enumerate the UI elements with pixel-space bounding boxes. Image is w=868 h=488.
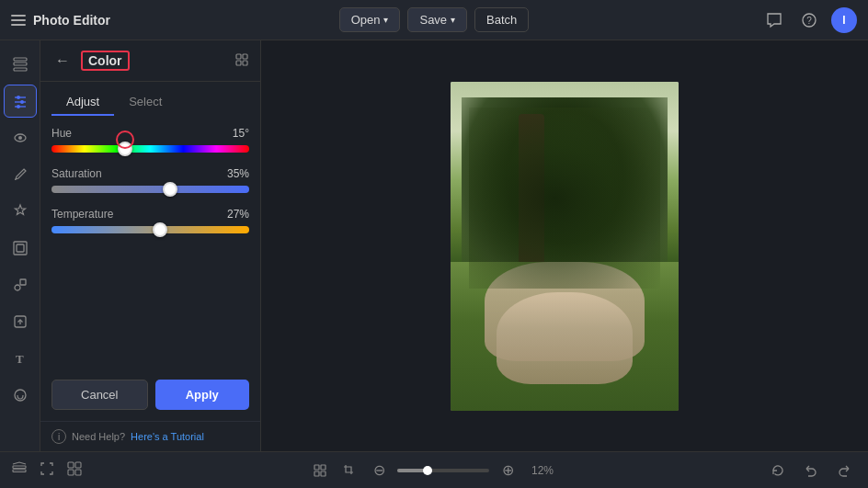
tab-bar: Adjust Select	[40, 82, 260, 116]
user-avatar[interactable]: I	[831, 7, 857, 33]
app-title: Photo Editor	[33, 13, 110, 28]
zoom-in-button[interactable]: ⊕	[497, 460, 519, 482]
svg-point-10	[17, 105, 20, 108]
back-button[interactable]: ←	[51, 50, 74, 72]
hamburger-menu[interactable]	[11, 15, 26, 26]
zoom-value: 12%	[526, 464, 559, 477]
help-button[interactable]: ?	[796, 7, 822, 33]
zoom-slider-thumb[interactable]	[423, 466, 432, 475]
hue-control: Hue 15°	[51, 127, 249, 153]
svg-rect-23	[236, 61, 241, 65]
sidebar-icon-adjustments[interactable]	[4, 85, 37, 118]
panel-title: Color	[81, 51, 130, 71]
figures-layer	[485, 262, 645, 360]
batch-button[interactable]: Batch	[474, 7, 529, 32]
temperature-thumb[interactable]	[153, 222, 167, 237]
temperature-control: Temperature 27%	[51, 208, 249, 233]
svg-rect-14	[17, 244, 24, 252]
svg-point-6	[17, 96, 20, 99]
chevron-down-icon: ▾	[451, 15, 455, 25]
undo-button[interactable]	[798, 458, 824, 483]
tab-adjust[interactable]: Adjust	[51, 89, 114, 116]
hue-label: Hue	[51, 127, 72, 140]
svg-text:T: T	[16, 352, 24, 366]
saturation-value: 35%	[227, 167, 249, 180]
header-right: ? I	[538, 7, 857, 33]
temperature-label: Temperature	[51, 208, 113, 221]
svg-rect-16	[20, 279, 26, 285]
svg-rect-3	[14, 62, 27, 65]
saturation-thumb[interactable]	[163, 182, 177, 197]
bottom-center-controls: ⊖ ⊕ 12%	[309, 460, 559, 482]
hue-slider[interactable]	[51, 145, 249, 153]
svg-rect-21	[236, 54, 241, 59]
svg-rect-34	[321, 471, 326, 476]
help-text: Need Help?	[72, 431, 125, 442]
sidebar-icon-shapes[interactable]	[4, 268, 37, 301]
panel-action-icon[interactable]	[234, 52, 249, 70]
sidebar-icon-brush[interactable]	[4, 158, 37, 191]
svg-rect-29	[68, 470, 74, 475]
info-icon: i	[51, 429, 66, 444]
saturation-label: Saturation	[51, 167, 102, 180]
svg-rect-32	[321, 465, 326, 470]
tab-select[interactable]: Select	[114, 89, 177, 116]
zoom-slider[interactable]	[397, 469, 489, 472]
sidebar-icon-eye[interactable]	[4, 121, 37, 154]
svg-point-15	[15, 285, 20, 290]
sidebar-icon-frames[interactable]	[4, 232, 37, 265]
save-button[interactable]: Save ▾	[407, 7, 467, 32]
help-row: i Need Help? Here's a Tutorial	[40, 421, 260, 451]
bottom-right-icons	[765, 458, 857, 483]
reset-button[interactable]	[765, 458, 791, 483]
bottom-bar: ⊖ ⊕ 12%	[0, 451, 868, 488]
color-panel: ← Color Adjust Select Hue 1	[40, 40, 261, 451]
frames-bottom-icon[interactable]	[39, 460, 55, 480]
svg-rect-25	[13, 466, 26, 469]
temperature-value: 27%	[227, 208, 249, 221]
action-buttons: Cancel Apply	[40, 380, 260, 421]
header-left: Photo Editor	[11, 13, 330, 28]
saturation-slider[interactable]	[51, 186, 249, 193]
sidebar-icon-text[interactable]: T	[4, 342, 37, 375]
cancel-button[interactable]: Cancel	[51, 380, 148, 410]
hue-value: 15°	[233, 127, 249, 140]
chevron-down-icon: ▾	[383, 15, 388, 25]
fit-screen-button[interactable]	[309, 460, 331, 482]
chat-button[interactable]	[761, 7, 787, 33]
crop-button[interactable]	[338, 460, 360, 482]
zoom-out-button[interactable]: ⊖	[368, 460, 390, 482]
temperature-slider[interactable]	[51, 226, 249, 233]
photo-container	[451, 82, 679, 411]
svg-rect-33	[314, 471, 319, 476]
sidebar-icon-effects[interactable]	[4, 195, 37, 228]
saturation-control: Saturation 35%	[51, 167, 249, 193]
zoom-slider-fill	[397, 469, 425, 472]
photo-scene	[451, 82, 679, 411]
sidebar-icon-stickers[interactable]	[4, 379, 37, 412]
grid-bottom-icon[interactable]	[66, 460, 83, 480]
svg-rect-4	[14, 68, 27, 71]
tutorial-link[interactable]: Here's a Tutorial	[131, 431, 204, 442]
controls-area: Hue 15° Saturation 35%	[40, 116, 260, 380]
svg-rect-31	[314, 465, 319, 470]
header-center: Open ▾ Save ▾ Batch	[339, 7, 530, 32]
apply-button[interactable]: Apply	[155, 380, 250, 410]
open-button[interactable]: Open ▾	[339, 7, 401, 32]
svg-point-8	[20, 100, 24, 104]
redo-button[interactable]	[831, 458, 857, 483]
panel-header: ← Color	[40, 40, 260, 82]
sidebar-icon-layers[interactable]	[4, 48, 37, 81]
svg-rect-2	[14, 58, 27, 61]
svg-rect-30	[75, 470, 81, 475]
svg-rect-24	[243, 61, 247, 65]
layers-bottom-icon[interactable]	[11, 460, 28, 480]
app-header: Photo Editor Open ▾ Save ▾ Batch ? I	[0, 0, 868, 40]
svg-point-12	[18, 136, 22, 140]
svg-rect-22	[243, 54, 247, 59]
hue-thumb[interactable]	[118, 142, 132, 156]
icon-sidebar: T	[0, 40, 40, 451]
svg-rect-28	[75, 462, 81, 468]
bottom-left-icons	[11, 460, 83, 480]
sidebar-icon-export[interactable]	[4, 305, 37, 338]
